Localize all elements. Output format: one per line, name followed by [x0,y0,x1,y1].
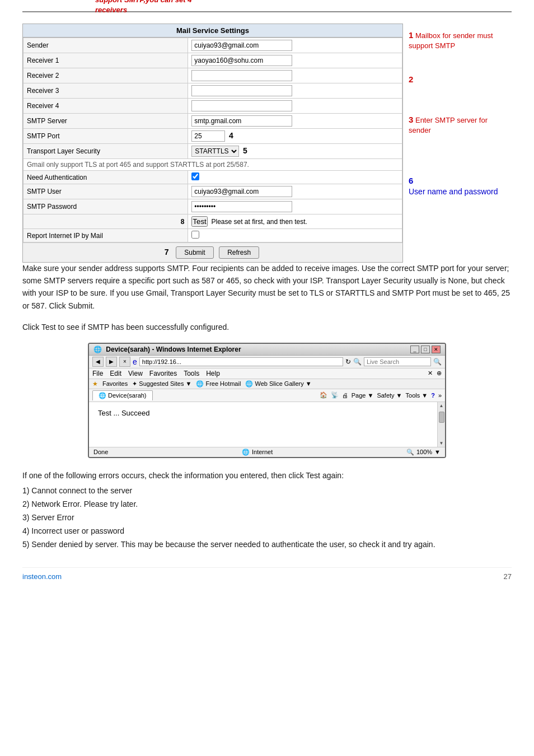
browser-content: Test ... Succeed ▲ ▼ [89,402,445,447]
scroll-down-arrow[interactable]: ▼ [438,440,445,447]
auth-checkbox[interactable] [191,172,199,180]
tab-close-icon[interactable]: ✕ [428,370,433,376]
field-value-report-ip[interactable] [188,229,402,242]
zoom-dropdown[interactable]: ▼ [434,449,441,455]
smtp-user-input[interactable] [191,186,292,197]
field-value-receiver4[interactable] [188,99,402,114]
back-button[interactable]: ◀ [92,357,104,367]
menu-edit[interactable]: Edit [110,370,121,377]
table-row: Report Internet IP by Mail [24,229,402,242]
table-row: SMTP User [24,184,402,199]
help-icon[interactable]: ? [431,392,435,399]
browser-window: 🌐 Device(sarah) - Windows Internet Explo… [88,343,446,458]
annotation-3: 3 Enter SMTP server for sender [409,114,512,136]
search-go-icon[interactable]: 🔍 [433,358,442,366]
live-search-input[interactable] [364,357,431,366]
annotation-6: 6 User name and password [409,175,512,198]
annot-num-3: 3 [409,115,413,124]
browser-toolbar: 🌐 Device(sarah) 🏠 📡 🖨 Page ▼ Safety ▼ To… [89,389,445,402]
safety-menu[interactable]: Safety ▼ [377,392,402,399]
browser-title-bar: 🌐 Device(sarah) - Windows Internet Explo… [89,344,445,356]
menu-file[interactable]: File [92,370,103,377]
feed-icon[interactable]: 📡 [331,391,339,399]
browser-status-bar: Done 🌐 Internet 🔍 100% ▼ [89,447,445,457]
test-button[interactable]: Test [191,216,207,227]
free-hotmail[interactable]: 🌐 Free Hotmail [196,380,241,388]
field-value-receiver1[interactable] [188,53,402,68]
footer-link[interactable]: insteon.com [22,572,62,581]
close-button[interactable]: ✕ [432,346,441,353]
scroll-bar[interactable]: ▲ ▼ [437,402,445,447]
tls-select[interactable]: None TLS STARTTLS [191,146,239,157]
more-icon[interactable]: » [438,392,442,399]
field-value-receiver2[interactable] [188,68,402,83]
browser-icon: 🌐 [93,346,102,353]
web-slice-gallery[interactable]: 🌐 Web Slice Gallery ▼ [245,380,311,388]
button-row-num: 7 [165,248,169,256]
field-value-smtp-server[interactable] [188,114,402,129]
field-label-smtp-port: SMTP Port [24,129,188,144]
print-icon[interactable]: 🖨 [342,392,348,399]
error-5: 5) Sender denied by server. This may be … [22,538,512,550]
error-4: 4) Incorrect user or password [22,525,512,538]
status-right-area: 🔍 100% ▼ [406,449,441,456]
field-value-auth[interactable] [188,171,402,184]
table-row: SMTP Password [24,199,402,214]
minimize-button[interactable]: _ [410,346,419,353]
receiver1-input[interactable] [191,55,292,66]
receiver4-input[interactable] [191,100,292,111]
field-label-smtp-server: SMTP Server [24,114,188,129]
browser-tab-device[interactable]: 🌐 Device(sarah) [92,390,153,400]
tools-menu[interactable]: Tools ▼ [406,392,428,399]
browser-favorites-bar: ★ Favorites ✦ Suggested Sites ▼ 🌐 Free H… [89,379,445,389]
scroll-thumb[interactable] [439,412,444,423]
browser-window-controls: _ □ ✕ [410,346,441,353]
field-label-receiver3: Receiver 3 [24,83,188,99]
receiver2-input[interactable] [191,70,292,81]
menu-favorites[interactable]: Favorites [149,370,177,377]
new-tab-icon[interactable]: ⊕ [437,370,442,376]
tab-bar: 🌐 Device(sarah) [92,390,153,400]
receiver-annotation-overlay: Mailbox for receiver need not support SM… [95,0,263,16]
favorites-label[interactable]: Favorites [102,380,128,387]
table-row: Sender [24,38,402,53]
zoom-icon: 🔍 [406,449,414,456]
stop-button[interactable]: × [119,357,130,367]
field-label-receiver2: Receiver 2 [24,68,188,83]
restore-button[interactable]: □ [421,346,430,353]
refresh-nav-icon[interactable]: ↻ [345,358,351,366]
page-menu[interactable]: Page ▼ [352,392,374,399]
page-footer: insteon.com 27 [22,567,512,581]
error-3: 3) Server Error [22,511,512,525]
suggested-sites[interactable]: ✦ Suggested Sites ▼ [132,380,191,388]
smtp-password-input[interactable] [191,201,292,212]
annot-text-1: Mailbox for sender must support SMTP [409,31,493,50]
report-ip-checkbox[interactable] [191,231,199,239]
field-value-smtp-pass[interactable] [188,199,402,214]
status-center-area: 🌐 Internet [242,449,273,456]
submit-button[interactable]: Submit [176,246,213,259]
forward-button[interactable]: ▶ [106,357,117,367]
refresh-button[interactable]: Refresh [219,246,259,259]
menu-items: File Edit View Favorites Tools Help [92,370,220,377]
home-icon[interactable]: 🏠 [320,391,327,399]
field-value-tls[interactable]: None TLS STARTTLS 5 [188,144,402,159]
field-value-smtp-port[interactable]: 4 [188,129,402,144]
annot-text-3: Enter SMTP server for sender [409,116,488,134]
sender-input[interactable] [191,40,292,51]
menu-tools[interactable]: Tools [184,370,199,377]
menu-help[interactable]: Help [206,370,220,377]
receiver3-input[interactable] [191,85,292,96]
annotation-2: 2 [409,73,512,85]
scroll-up-arrow[interactable]: ▲ [438,402,445,409]
error-intro: If one of the following errors occurs, c… [22,469,512,483]
field-value-sender[interactable] [188,38,402,53]
address-bar-input[interactable] [139,357,343,366]
smtp-port-input[interactable] [191,130,225,142]
field-value-smtp-user[interactable] [188,184,402,199]
field-value-receiver3[interactable] [188,83,402,99]
annot-num-2: 2 [409,74,413,84]
field-label-sender: Sender [24,38,188,53]
menu-view[interactable]: View [128,370,143,377]
smtp-server-input[interactable] [191,115,292,127]
